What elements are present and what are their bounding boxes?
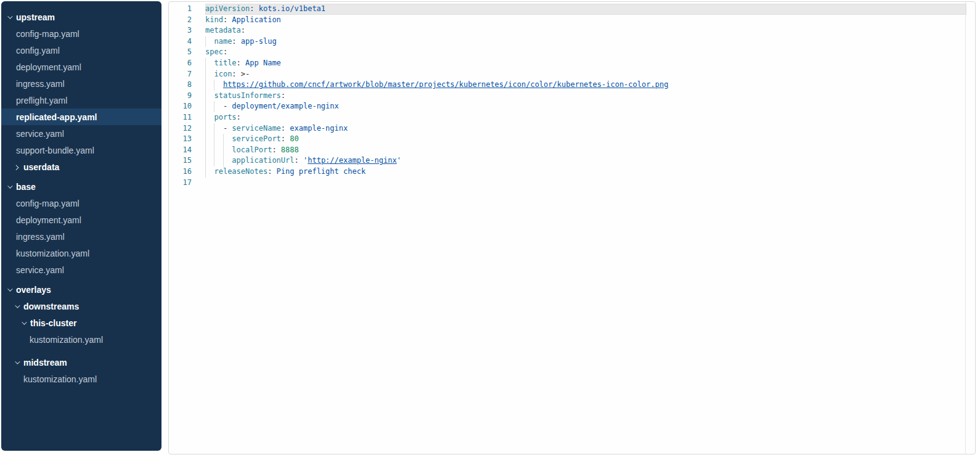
- tree-item-deployment-yaml[interactable]: deployment.yaml: [1, 59, 161, 75]
- code-line[interactable]: 12 - serviceName: example-nginx: [169, 123, 975, 134]
- line-number[interactable]: 12: [169, 123, 192, 134]
- tree-item-ingress-yaml[interactable]: ingress.yaml: [1, 75, 161, 92]
- indent-guide: [205, 36, 206, 47]
- tree-item-preflight-yaml[interactable]: preflight.yaml: [1, 92, 161, 109]
- line-number[interactable]: 4: [169, 36, 192, 47]
- code-line[interactable]: 6 title: App Name: [169, 58, 975, 69]
- line-number[interactable]: 2: [169, 15, 192, 26]
- indent-guide: [205, 69, 206, 80]
- tree-item-kustomization-yaml[interactable]: kustomization.yaml: [1, 371, 161, 387]
- tree-item-label: config.yaml: [16, 46, 60, 55]
- code-link[interactable]: http://example-nginx: [308, 156, 397, 165]
- code-editor[interactable]: 1apiVersion: kots.io/v1beta12kind: Appli…: [169, 2, 975, 188]
- code-line[interactable]: 14 localPort: 8888: [169, 145, 975, 156]
- code-token: App Name: [245, 59, 281, 67]
- code-token: -: [223, 102, 232, 110]
- code-line[interactable]: 16 releaseNotes: Ping preflight check: [169, 166, 975, 178]
- tree-item-label: midstream: [23, 358, 67, 368]
- code-token: servicePort: [232, 134, 280, 143]
- code-line[interactable]: 15 applicationUrl: 'http://example-nginx…: [169, 155, 975, 166]
- tree-item-base[interactable]: base: [1, 178, 161, 195]
- tree-item-ingress-yaml[interactable]: ingress.yaml: [1, 228, 161, 245]
- indent-guide: [205, 112, 206, 123]
- line-number[interactable]: 10: [169, 101, 192, 112]
- line-number[interactable]: 11: [169, 112, 192, 123]
- tree-item-label: deployment.yaml: [16, 62, 81, 72]
- tree-item-label: replicated-app.yaml: [16, 112, 97, 122]
- code-token: ports: [214, 113, 236, 121]
- code-line[interactable]: 13 servicePort: 80: [169, 134, 975, 145]
- line-number[interactable]: 16: [169, 166, 192, 178]
- code-token: deployment/example-nginx: [232, 102, 338, 110]
- editor-panel[interactable]: 1apiVersion: kots.io/v1beta12kind: Appli…: [168, 1, 976, 454]
- code-line[interactable]: 5spec:: [169, 47, 975, 58]
- tree-item-replicated-app-yaml[interactable]: replicated-app.yaml: [1, 109, 161, 125]
- tree-item-config-yaml[interactable]: config.yaml: [1, 42, 161, 59]
- code-line[interactable]: 1apiVersion: kots.io/v1beta1: [169, 4, 975, 15]
- code-line[interactable]: 9 statusInformers:: [169, 91, 975, 102]
- chevron-down-icon: [7, 288, 16, 292]
- code-line-content: ports:: [205, 112, 966, 123]
- code-link[interactable]: https://github.com/cncf/artwork/blob/mas…: [223, 80, 668, 89]
- code-line-content: icon: >-: [205, 69, 966, 80]
- chevron-down-icon: [15, 305, 23, 308]
- line-number[interactable]: 9: [169, 91, 192, 102]
- code-line-content: servicePort: 80: [205, 134, 966, 145]
- line-number[interactable]: 6: [169, 58, 192, 69]
- code-line[interactable]: 8 https://github.com/cncf/artwork/blob/m…: [169, 80, 975, 91]
- line-number[interactable]: 7: [169, 69, 192, 80]
- code-line[interactable]: 3metadata:: [169, 25, 975, 36]
- code-line-content: - deployment/example-nginx: [205, 101, 966, 112]
- tree-item-upstream[interactable]: upstream: [1, 9, 161, 25]
- line-number[interactable]: 8: [169, 80, 192, 91]
- code-token: title: [214, 59, 236, 67]
- code-line[interactable]: 17: [169, 178, 975, 189]
- tree-item-userdata[interactable]: userdata: [1, 158, 161, 175]
- line-number[interactable]: 17: [169, 178, 192, 189]
- code-token: ': [397, 156, 401, 165]
- code-line[interactable]: 10 - deployment/example-nginx: [169, 101, 975, 112]
- tree-item-kustomization-yaml[interactable]: kustomization.yaml: [1, 331, 161, 348]
- tree-item-label: ingress.yaml: [16, 232, 65, 242]
- line-number[interactable]: 15: [169, 155, 192, 166]
- tree-item-label: deployment.yaml: [16, 215, 81, 225]
- tree-item-this-cluster[interactable]: this-cluster: [1, 314, 161, 331]
- tree-item-label: kustomization.yaml: [23, 374, 97, 384]
- code-line-content: releaseNotes: Ping preflight check: [205, 166, 966, 178]
- line-number[interactable]: 1: [169, 4, 192, 15]
- code-token: :: [272, 146, 280, 154]
- tree-item-deployment-yaml[interactable]: deployment.yaml: [1, 212, 161, 228]
- code-token: :: [232, 37, 240, 46]
- code-line-content: localPort: 8888: [205, 145, 966, 156]
- tree-item-config-map-yaml[interactable]: config-map.yaml: [1, 25, 161, 42]
- tree-item-label: service.yaml: [16, 265, 64, 275]
- tree-item-kustomization-yaml[interactable]: kustomization.yaml: [1, 245, 161, 261]
- code-line[interactable]: 11 ports:: [169, 112, 975, 123]
- tree-item-label: config-map.yaml: [16, 199, 80, 208]
- line-number[interactable]: 13: [169, 134, 192, 145]
- code-token: serviceName: [232, 124, 280, 133]
- code-line[interactable]: 7 icon: >-: [169, 69, 975, 80]
- code-line[interactable]: 4 name: app-slug: [169, 36, 975, 47]
- line-number[interactable]: 14: [169, 145, 192, 156]
- tree-item-downstreams[interactable]: downstreams: [1, 298, 161, 314]
- tree-item-midstream[interactable]: midstream: [1, 354, 161, 371]
- code-token: :: [281, 91, 285, 100]
- tree-item-overlays[interactable]: overlays: [1, 281, 161, 298]
- code-line-content: [205, 178, 966, 189]
- code-token: statusInformers: [214, 91, 280, 100]
- line-number[interactable]: 3: [169, 25, 192, 36]
- chevron-right-icon: [15, 165, 23, 169]
- tree-item-support-bundle-yaml[interactable]: support-bundle.yaml: [1, 142, 161, 158]
- code-token: name: [214, 37, 232, 46]
- indent-guide: [205, 58, 206, 69]
- indent-guide: [223, 145, 224, 156]
- code-token: :: [223, 47, 227, 56]
- tree-item-service-yaml[interactable]: service.yaml: [1, 125, 161, 142]
- code-line[interactable]: 2kind: Application: [169, 15, 975, 26]
- line-number[interactable]: 5: [169, 47, 192, 58]
- tree-item-service-yaml[interactable]: service.yaml: [1, 261, 161, 278]
- code-token: [205, 134, 232, 143]
- chevron-down-icon: [7, 15, 16, 19]
- tree-item-config-map-yaml[interactable]: config-map.yaml: [1, 195, 161, 212]
